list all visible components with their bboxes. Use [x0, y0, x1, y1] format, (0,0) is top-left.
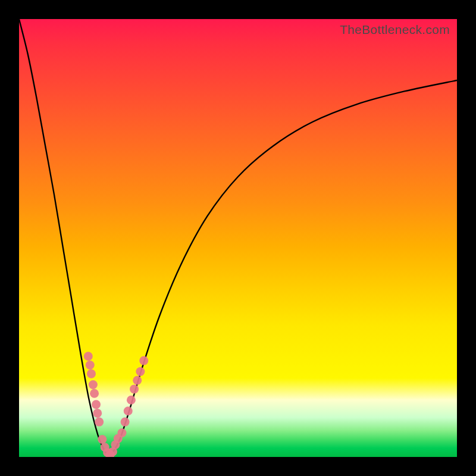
data-point-marker: [90, 389, 99, 398]
watermark-text: TheBottleneck.com: [340, 23, 450, 37]
chart-container: TheBottleneck.com: [0, 0, 476, 476]
data-point-marker: [136, 367, 145, 376]
data-point-marker: [130, 384, 139, 393]
data-point-marker: [95, 418, 104, 427]
bottleneck-curve: [19, 19, 457, 455]
data-point-marker: [92, 400, 101, 409]
marker-cluster-right: [117, 356, 148, 437]
data-point-marker: [93, 409, 102, 418]
data-point-marker: [139, 356, 148, 365]
data-point-marker: [98, 435, 107, 444]
data-point-marker: [127, 396, 136, 405]
data-point-marker: [114, 434, 123, 443]
data-point-marker: [121, 418, 130, 427]
data-point-marker: [124, 406, 133, 415]
data-point-marker: [89, 380, 98, 389]
plot-area: TheBottleneck.com: [19, 19, 457, 457]
data-point-marker: [84, 352, 93, 361]
data-point-marker: [87, 369, 96, 378]
marker-cluster-bottom: [98, 434, 122, 457]
curve-svg: [19, 19, 457, 457]
data-point-marker: [86, 361, 95, 369]
data-point-marker: [133, 376, 142, 385]
